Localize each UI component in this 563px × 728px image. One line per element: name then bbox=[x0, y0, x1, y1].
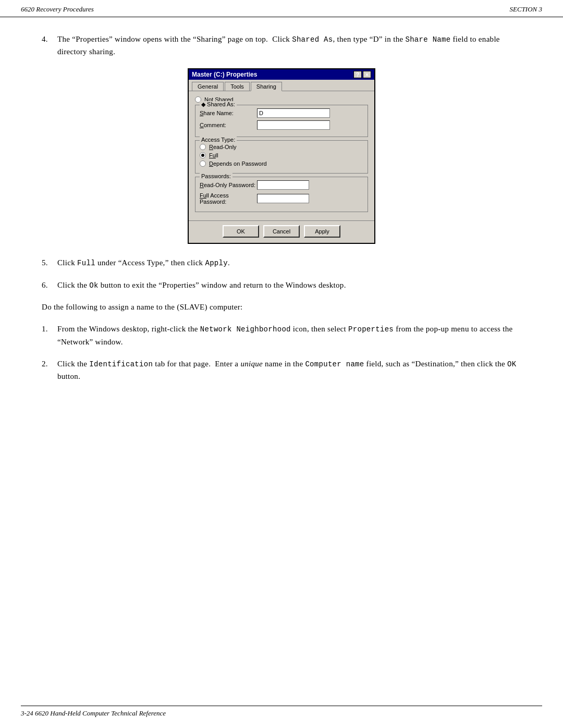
share-name-input[interactable] bbox=[257, 108, 330, 118]
slave-heading: Do the following to assign a name to the… bbox=[42, 301, 521, 313]
step-6-number: 6. bbox=[42, 279, 57, 291]
dialog-tabs: General Tools Sharing bbox=[189, 80, 374, 91]
shared-as-group-label: ◆ Shared As: bbox=[200, 101, 237, 108]
apply-button[interactable]: Apply bbox=[304, 225, 340, 238]
read-only-option[interactable]: Read-Only bbox=[200, 144, 363, 150]
read-only-password-input[interactable] bbox=[257, 180, 309, 190]
full-radio[interactable] bbox=[200, 152, 206, 158]
dialog-titlebar: Master (C:) Properties ? × bbox=[189, 69, 374, 80]
dialog-title: Master (C:) Properties bbox=[192, 71, 257, 78]
step-6: 6. Click the Ok button to exit the “Prop… bbox=[42, 279, 521, 291]
header-right: SECTION 3 bbox=[510, 5, 542, 14]
header-left: 6620 Recovery Procedures bbox=[21, 5, 94, 14]
step-6-text: Click the Ok button to exit the “Propert… bbox=[57, 279, 521, 291]
comment-input[interactable] bbox=[257, 120, 330, 130]
dialog-buttons: OK Cancel Apply bbox=[189, 220, 374, 243]
slave-step-1-text: From the Windows desktop, right-click th… bbox=[57, 323, 521, 348]
depends-label: Depends on Password bbox=[209, 161, 267, 167]
slave-step-1-number: 1. bbox=[42, 323, 57, 348]
full-access-password-input[interactable] bbox=[257, 194, 309, 203]
properties-dialog: Master (C:) Properties ? × General Tools… bbox=[188, 68, 375, 244]
slave-step-1: 1. From the Windows desktop, right-click… bbox=[42, 323, 521, 348]
footer-text: 3-24 6620 Hand-Held Computer Technical R… bbox=[21, 709, 166, 717]
step-4-text: The “Properties” window opens with the “… bbox=[57, 33, 521, 58]
ok-button[interactable]: OK bbox=[223, 225, 259, 238]
slave-step-2-text: Click the Identification tab for that pa… bbox=[57, 357, 521, 382]
slave-step-2-number: 2. bbox=[42, 357, 57, 382]
shared-as-group: ◆ Shared As: Share Name: Comment: bbox=[195, 105, 368, 137]
main-content: 4. The “Properties” window opens with th… bbox=[0, 17, 563, 413]
access-type-label: Access Type: bbox=[200, 137, 237, 143]
dialog-container: Master (C:) Properties ? × General Tools… bbox=[42, 68, 521, 244]
comment-label: Comment: bbox=[200, 122, 257, 128]
full-access-password-label: Full Access Password: bbox=[200, 192, 257, 205]
access-type-group: Access Type: Read-Only Full Depends on P… bbox=[195, 140, 368, 174]
share-name-label: Share Name: bbox=[200, 110, 257, 116]
step-4: 4. The “Properties” window opens with th… bbox=[42, 33, 521, 58]
titlebar-buttons: ? × bbox=[353, 71, 371, 78]
help-button[interactable]: ? bbox=[353, 71, 362, 78]
full-label: Full bbox=[209, 152, 218, 158]
full-access-password-row: Full Access Password: bbox=[200, 192, 363, 205]
slave-step-2: 2. Click the Identification tab for that… bbox=[42, 357, 521, 382]
step-5: 5. Click Full under “Access Type,” then … bbox=[42, 256, 521, 269]
tab-general[interactable]: General bbox=[192, 82, 224, 91]
depends-option[interactable]: Depends on Password bbox=[200, 161, 363, 167]
passwords-group: Passwords: Read-Only Password: Full Acce… bbox=[195, 177, 368, 212]
page-header: 6620 Recovery Procedures SECTION 3 bbox=[0, 0, 563, 17]
step-5-text: Click Full under “Access Type,” then cli… bbox=[57, 256, 521, 269]
comment-row: Comment: bbox=[200, 120, 363, 130]
depends-radio[interactable] bbox=[200, 161, 206, 167]
read-only-label: Read-Only bbox=[209, 144, 237, 150]
read-only-radio[interactable] bbox=[200, 144, 206, 150]
full-option[interactable]: Full bbox=[200, 152, 363, 158]
page-footer: 3-24 6620 Hand-Held Computer Technical R… bbox=[21, 706, 542, 718]
close-button[interactable]: × bbox=[363, 71, 371, 78]
cancel-button[interactable]: Cancel bbox=[263, 225, 300, 238]
tab-tools[interactable]: Tools bbox=[225, 82, 250, 91]
step-5-number: 5. bbox=[42, 256, 57, 269]
step-4-number: 4. bbox=[42, 33, 57, 58]
read-only-password-label: Read-Only Password: bbox=[200, 182, 257, 188]
passwords-label: Passwords: bbox=[200, 173, 232, 179]
tab-sharing[interactable]: Sharing bbox=[251, 82, 282, 91]
read-only-password-row: Read-Only Password: bbox=[200, 180, 363, 190]
dialog-body: Not Shared ◆ Shared As: Share Name: Comm… bbox=[189, 91, 374, 220]
share-name-row: Share Name: bbox=[200, 108, 363, 118]
